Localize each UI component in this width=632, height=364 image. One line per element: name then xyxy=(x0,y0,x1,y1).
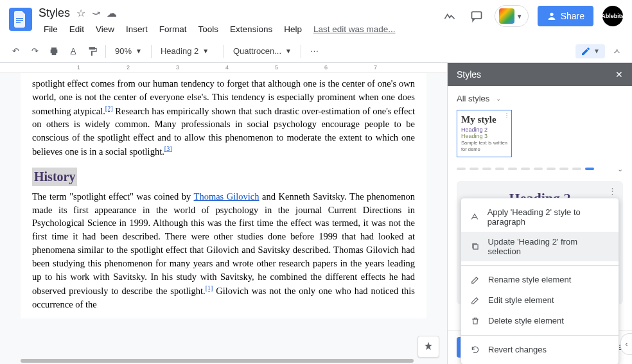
editing-mode-button[interactable]: ▼ xyxy=(575,44,605,58)
rename-icon xyxy=(470,275,480,285)
last-edit-link[interactable]: Last edit was made... xyxy=(313,24,396,34)
star-icon[interactable]: ☆ xyxy=(76,7,85,19)
heading-2-selected[interactable]: History xyxy=(32,168,77,186)
ruler[interactable]: 1 2 3 4 5 6 7 xyxy=(0,63,447,73)
meet-button[interactable]: ▼ xyxy=(495,5,529,27)
print-button[interactable] xyxy=(45,42,63,60)
doc-title[interactable]: Styles xyxy=(39,6,70,20)
cloud-icon[interactable]: ☁ xyxy=(107,7,117,19)
card-h2-label: Heading 2 xyxy=(461,126,507,133)
collapse-sidebar-button[interactable]: ‹ xyxy=(620,333,632,355)
preview-menu-button[interactable]: ⋮ xyxy=(608,186,617,196)
sidebar-title: Styles xyxy=(457,69,481,80)
menu-bar: File Edit View Insert Format Tools Exten… xyxy=(39,22,441,37)
zoom-dropdown[interactable]: 90%▼ xyxy=(110,43,147,60)
citation-link[interactable]: [1] xyxy=(206,284,213,291)
svg-rect-4 xyxy=(473,245,478,249)
menu-file[interactable]: File xyxy=(39,22,63,37)
account-avatar[interactable]: Ablebits xyxy=(602,6,623,26)
ruler-tick: 4 xyxy=(225,64,229,71)
menu-tools[interactable]: Tools xyxy=(193,22,224,37)
ruler-tick: 6 xyxy=(324,64,328,71)
styles-filter-dropdown[interactable]: All styles⌄ xyxy=(457,94,623,103)
svg-rect-0 xyxy=(16,18,23,19)
toolbar: ↶ ↷ A 90%▼ Heading 2▼ Quattrocen...▼ ⋯ ▼… xyxy=(0,40,632,63)
menu-help[interactable]: Help xyxy=(279,22,307,37)
menu-extensions[interactable]: Extensions xyxy=(225,22,277,37)
share-button[interactable]: Share xyxy=(538,6,593,26)
body-text: and Kenneth Savitsky. The phenomenon mad… xyxy=(32,191,415,296)
chevron-down-icon[interactable]: ⌄ xyxy=(617,165,623,173)
spellcheck-button[interactable]: A xyxy=(64,42,82,60)
svg-rect-2 xyxy=(16,22,21,23)
menu-update-style[interactable]: Update 'Heading 2' from selection xyxy=(461,232,619,261)
svg-rect-1 xyxy=(16,20,23,21)
style-context-menu: Apply 'Heading 2' style to paragraph Upd… xyxy=(461,198,619,365)
menu-rename-style[interactable]: Rename style element xyxy=(461,270,619,290)
activity-icon[interactable] xyxy=(441,7,459,25)
citation-link[interactable]: [2] xyxy=(105,105,113,112)
share-label: Share xyxy=(561,11,584,21)
close-sidebar-button[interactable]: ✕ xyxy=(615,69,623,80)
document-page[interactable]: spotlight effect comes from our human te… xyxy=(21,73,426,318)
menu-edit[interactable]: Edit xyxy=(64,22,89,37)
ruler-tick: 7 xyxy=(374,64,377,71)
ruler-tick: 5 xyxy=(275,64,278,71)
ruler-tick: 1 xyxy=(77,64,80,71)
hyperlink[interactable]: Thomas Gilovich xyxy=(194,191,259,202)
redo-button[interactable]: ↷ xyxy=(26,42,44,60)
style-set-card[interactable]: ⋮ My style Heading 2 Heading 3 Sample te… xyxy=(457,110,512,157)
menu-insert[interactable]: Insert xyxy=(121,22,153,37)
menu-delete-style[interactable]: Delete style element xyxy=(461,311,619,331)
font-dropdown[interactable]: Quattrocen...▼ xyxy=(228,43,297,60)
body-text: The term "spotlight effect" was coined b… xyxy=(32,191,194,202)
edit-icon xyxy=(470,295,480,306)
revert-icon xyxy=(470,345,480,355)
update-icon xyxy=(470,241,480,252)
citation-link[interactable]: [3] xyxy=(164,145,172,152)
docs-logo[interactable] xyxy=(9,8,32,31)
style-set-pager[interactable]: ⌄ xyxy=(457,165,623,173)
paint-format-button[interactable] xyxy=(83,42,101,60)
undo-button[interactable]: ↶ xyxy=(6,42,24,60)
card-title: My style xyxy=(461,114,507,125)
ruler-tick: 2 xyxy=(127,64,130,71)
apply-icon xyxy=(470,212,480,222)
paragraph-style-dropdown[interactable]: Heading 2▼ xyxy=(155,43,220,60)
menu-view[interactable]: View xyxy=(91,22,119,37)
menu-format[interactable]: Format xyxy=(154,22,192,37)
svg-rect-3 xyxy=(471,12,481,19)
comments-icon[interactable] xyxy=(468,7,486,25)
card-h3-label: Heading 3 xyxy=(461,133,507,139)
move-icon[interactable]: ⤻ xyxy=(92,7,100,19)
more-toolbar-button[interactable]: ⋯ xyxy=(305,42,323,60)
styles-sidebar: Styles ✕ All styles⌄ ⋮ My style Heading … xyxy=(447,63,632,364)
trash-icon xyxy=(470,316,480,326)
document-area[interactable]: 1 2 3 4 5 6 7 spotlight effect comes fro… xyxy=(0,63,447,364)
card-menu-icon[interactable]: ⋮ xyxy=(504,112,510,119)
menu-revert-changes[interactable]: Revert changes xyxy=(461,340,619,360)
collapse-toolbar-button[interactable]: ㅅ xyxy=(608,42,626,60)
menu-apply-style[interactable]: Apply 'Heading 2' style to paragraph xyxy=(461,202,619,232)
menu-edit-style[interactable]: Edit style element xyxy=(461,290,619,311)
ruler-tick: 3 xyxy=(176,64,179,71)
horizontal-scrollbar[interactable] xyxy=(21,359,414,363)
card-body-text: Sample text is written for demo xyxy=(461,140,507,153)
style-preview: ⋮ Heading 2 Apply 'Heading 2' style to p… xyxy=(457,181,623,304)
explore-button[interactable] xyxy=(417,336,439,358)
